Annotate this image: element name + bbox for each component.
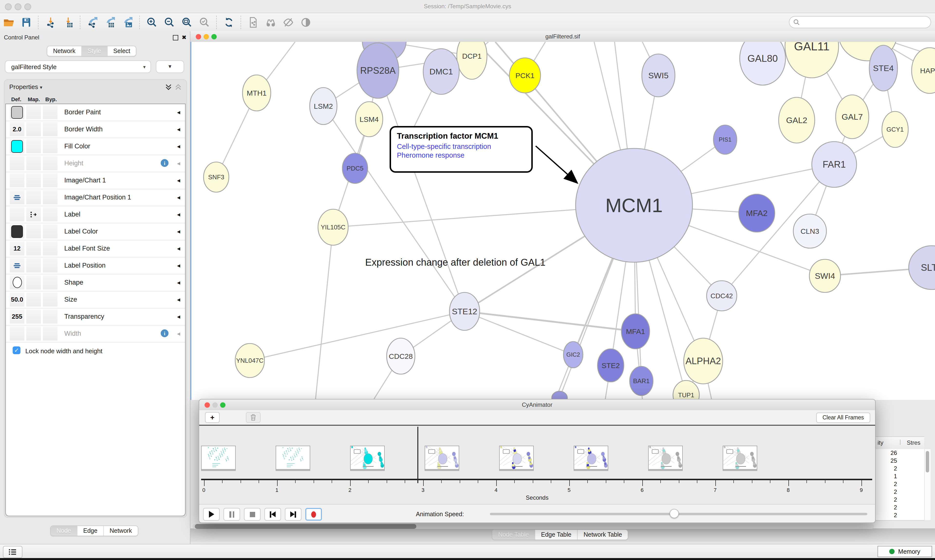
node-LSM2[interactable]: LSM2	[310, 88, 337, 125]
default-value-cell[interactable]	[10, 326, 24, 341]
mapping-cell[interactable]	[26, 173, 41, 187]
mapping-cell[interactable]	[26, 190, 41, 205]
table-vertical-scrollbar[interactable]	[924, 449, 930, 520]
expand-row-icon[interactable]: ◂	[177, 330, 180, 337]
property-row-width[interactable]: Widthi◂	[6, 326, 185, 343]
node-GAL80[interactable]: GAL80	[740, 42, 785, 85]
default-value-cell[interactable]: 255	[10, 309, 24, 323]
property-row-label-color[interactable]: Label Color◂	[6, 223, 185, 240]
node-ALPHA2[interactable]: ALPHA2	[684, 338, 723, 384]
speed-slider-handle[interactable]	[670, 509, 679, 518]
tab-edge[interactable]: Edge	[77, 526, 104, 536]
property-row-transparency[interactable]: 255Transparency◂	[6, 308, 185, 326]
table-column-stress[interactable]: Stres	[907, 439, 920, 446]
property-row-label[interactable]: Label◂	[6, 206, 185, 223]
node-CDC28[interactable]: CDC28	[387, 338, 415, 374]
mapping-cell[interactable]	[26, 224, 41, 238]
default-value-cell[interactable]	[10, 224, 24, 238]
default-value-cell[interactable]	[10, 173, 24, 187]
collapse-all-icon[interactable]	[175, 84, 182, 91]
expand-row-icon[interactable]: ◂	[177, 279, 180, 286]
annotation-link-1[interactable]: Cell-type-specific transcription	[397, 143, 525, 150]
expand-row-icon[interactable]: ◂	[177, 211, 180, 218]
annotation-link-2[interactable]: Pheromone response	[397, 151, 525, 159]
mapping-cell[interactable]	[26, 309, 41, 323]
mapping-cell[interactable]	[26, 258, 41, 272]
node-FAR1[interactable]: FAR1	[812, 142, 856, 187]
table-cell[interactable]: 2	[876, 496, 897, 503]
bypass-cell[interactable]	[43, 292, 57, 306]
bypass-cell[interactable]	[43, 326, 57, 341]
zoom-fit-icon[interactable]	[180, 16, 194, 28]
tab-network-table[interactable]: Network Table	[578, 530, 628, 540]
playhead[interactable]	[417, 427, 418, 483]
bypass-cell[interactable]	[43, 207, 57, 222]
style-options-button[interactable]: ▼	[156, 60, 184, 73]
table-cell[interactable]: 2	[876, 503, 897, 511]
info-icon[interactable]: i	[161, 329, 168, 337]
node-SWI5[interactable]: SWI5	[642, 54, 675, 97]
default-value-cell[interactable]	[10, 275, 24, 289]
expand-row-icon[interactable]: ◂	[177, 245, 180, 252]
tab-network-style[interactable]: Network	[104, 526, 138, 536]
expand-row-icon[interactable]: ◂	[177, 194, 180, 201]
zoom-out-icon[interactable]	[162, 16, 177, 28]
tab-edge-table[interactable]: Edge Table	[535, 530, 578, 540]
expand-row-icon[interactable]: ◂	[177, 160, 180, 167]
node-STE2[interactable]: STE2	[597, 349, 624, 382]
default-value-cell[interactable]	[10, 139, 24, 153]
export-network-icon[interactable]	[85, 16, 100, 28]
show-panel-icon[interactable]	[299, 16, 313, 28]
mapping-cell[interactable]	[26, 241, 41, 255]
timeline[interactable]: 0123456789 Seconds	[199, 426, 875, 504]
property-row-label-font-size[interactable]: 12Label Font Size◂	[6, 240, 185, 257]
mapping-cell[interactable]	[26, 326, 41, 341]
node-SNF3[interactable]: SNF3	[204, 162, 229, 192]
bypass-cell[interactable]	[43, 173, 57, 187]
node-CLN3[interactable]: CLN3	[793, 214, 826, 248]
node-YNL047C[interactable]: YNL047C	[235, 343, 264, 378]
node-STE12[interactable]: STE12	[449, 292, 480, 330]
property-row-image-chart-1[interactable]: Image/Chart 1◂	[6, 172, 185, 189]
node-SWI4[interactable]: SWI4	[809, 259, 841, 292]
property-row-shape[interactable]: Shape◂	[6, 274, 185, 291]
default-value-cell[interactable]: 2.0	[10, 122, 24, 136]
task-history-button[interactable]	[3, 546, 22, 558]
network-window-titlebar[interactable]: galFiltered.sif	[190, 31, 935, 42]
table-cell[interactable]: 26	[876, 449, 897, 457]
delete-frame-button[interactable]	[246, 412, 261, 423]
node-PCK1[interactable]: PCK1	[509, 58, 540, 93]
node-DCP1[interactable]: DCP1	[457, 42, 487, 79]
import-table-icon[interactable]	[61, 16, 76, 28]
bypass-cell[interactable]	[43, 105, 57, 119]
zoom-selected-icon[interactable]	[197, 16, 212, 28]
node-GAL7[interactable]: GAL7	[836, 95, 869, 138]
default-value-cell[interactable]: 50.0	[10, 292, 24, 306]
mapping-cell[interactable]	[26, 105, 41, 119]
expand-row-icon[interactable]: ◂	[177, 262, 180, 269]
expand-row-icon[interactable]: ◂	[177, 126, 180, 133]
scrollbar-thumb[interactable]	[926, 451, 929, 472]
scrollbar-thumb[interactable]	[195, 524, 417, 529]
default-value-cell[interactable]	[10, 207, 24, 222]
info-icon[interactable]: i	[161, 159, 168, 167]
bypass-cell[interactable]	[43, 139, 57, 153]
hide-panel-icon[interactable]	[281, 16, 296, 28]
table-cell[interactable]: 2	[876, 465, 897, 472]
node-PDC5[interactable]: PDC5	[343, 153, 368, 183]
node-HAP2[interactable]: HAP2	[912, 48, 935, 94]
play-button[interactable]	[203, 508, 220, 521]
frame-thumbnail-6[interactable]	[648, 446, 683, 471]
expand-row-icon[interactable]: ◂	[177, 228, 180, 235]
save-icon[interactable]	[19, 16, 34, 28]
edge[interactable]	[250, 311, 464, 360]
clear-all-frames-button[interactable]: Clear All Frames	[816, 412, 870, 423]
mapping-cell[interactable]	[26, 156, 41, 170]
bypass-cell[interactable]	[43, 224, 57, 238]
mapping-cell[interactable]	[26, 207, 41, 222]
search-field[interactable]	[789, 16, 931, 28]
default-value-cell[interactable]: 12	[10, 241, 24, 255]
node-MCM1[interactable]: MCM1	[576, 148, 693, 262]
annotation-box[interactable]: Transcription factor MCM1 Cell-type-spec…	[390, 126, 533, 173]
table-cell[interactable]: 1	[876, 472, 897, 480]
